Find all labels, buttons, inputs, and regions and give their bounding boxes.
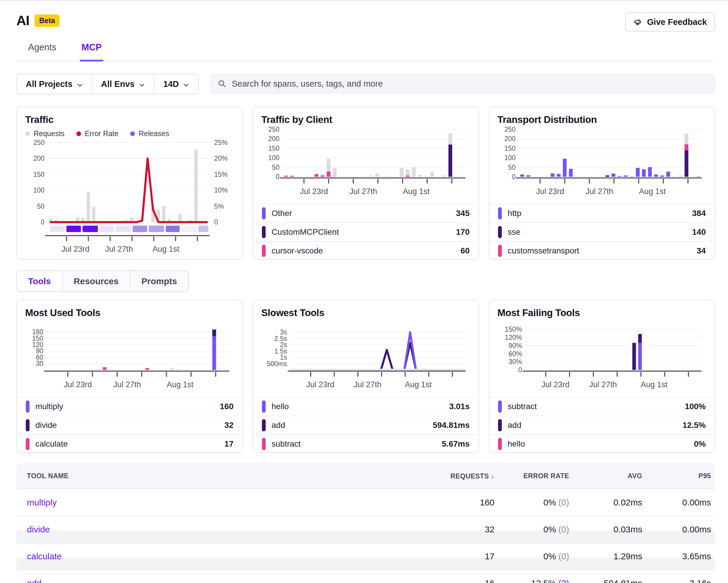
tool-name-link[interactable]: calculate: [27, 551, 448, 561]
col-avg[interactable]: AVG: [569, 472, 642, 480]
list-item-label: sse: [508, 227, 521, 237]
list-item-value: 5.67ms: [442, 439, 470, 449]
col-tool-name[interactable]: TOOL NAME: [27, 472, 448, 480]
requests-value: 32: [448, 525, 494, 534]
col-requests[interactable]: REQUESTS↓: [448, 472, 494, 480]
legend-label: Error Rate: [85, 129, 119, 138]
list-item[interactable]: multiply160: [17, 397, 242, 415]
list-item-label: customssetransport: [508, 246, 579, 255]
svg-text:10%: 10%: [214, 186, 228, 194]
list-item-value: 160: [220, 402, 234, 411]
svg-text:0: 0: [41, 218, 45, 226]
error-rate-value: 0%(0): [494, 551, 569, 561]
svg-text:Jul 27th: Jul 27th: [113, 380, 141, 389]
svg-text:Aug 1st: Aug 1st: [403, 187, 430, 196]
p95-value: 0.00ms: [642, 498, 711, 507]
environment-filter[interactable]: All Envs: [93, 74, 155, 94]
project-filter[interactable]: All Projects: [17, 74, 93, 94]
tab-prompts[interactable]: Prompts: [130, 271, 188, 292]
search-input[interactable]: [232, 79, 708, 89]
list-item[interactable]: add594.81ms: [253, 415, 478, 434]
series-color-chip: [262, 207, 266, 220]
legend-item: Error Rate: [76, 129, 119, 138]
tool-name-link[interactable]: add: [27, 578, 448, 583]
tool-name-link[interactable]: multiply: [27, 498, 448, 507]
svg-text:50: 50: [508, 163, 516, 171]
megaphone-icon: [633, 18, 643, 27]
svg-text:150: 150: [33, 171, 45, 178]
svg-text:Jul 23rd: Jul 23rd: [541, 380, 569, 389]
list-item-label: hello: [271, 402, 289, 411]
list-item[interactable]: sse140: [489, 223, 714, 241]
list-item-label: CustomMCPClient: [271, 227, 339, 237]
list-item[interactable]: add12.5%: [489, 415, 714, 434]
list-item-value: 0%: [694, 439, 706, 449]
table-row[interactable]: calculate170%(0)1.29ms3.65ms: [17, 542, 715, 569]
tab-tools[interactable]: Tools: [17, 271, 62, 292]
p95-value: 3.65ms: [642, 551, 711, 561]
sort-desc-icon: ↓: [491, 472, 494, 480]
avg-value: 1.29ms: [569, 551, 642, 561]
list-item-value: 34: [697, 246, 706, 255]
tool-name-link[interactable]: divide: [27, 525, 448, 534]
series-color-chip: [498, 400, 502, 413]
list-item[interactable]: CustomMCPClient170: [253, 223, 478, 241]
brand: AI Beta: [17, 12, 60, 28]
topbar: AI Beta Give Feedback: [17, 12, 715, 32]
list-item[interactable]: divide32: [17, 415, 242, 434]
list-item[interactable]: subtract100%: [489, 397, 714, 415]
table-row[interactable]: add1612.5%(2)594.81ms3.16s: [17, 569, 715, 583]
most-failing-tools-list: subtract100%add12.5%hello0%: [489, 397, 714, 453]
requests-value: 160: [448, 498, 494, 507]
give-feedback-button[interactable]: Give Feedback: [625, 12, 715, 32]
transport-distribution-list: http384sse140customssetransport34: [489, 204, 714, 260]
list-item[interactable]: hello0%: [489, 434, 714, 453]
slowest-tools-list: hello3.01sadd594.81mssubtract5.67ms: [253, 397, 478, 453]
tab-mcp[interactable]: MCP: [80, 42, 104, 61]
svg-text:250: 250: [33, 139, 45, 146]
table-row[interactable]: multiply1600%(0)0.02ms0.00ms: [17, 489, 715, 516]
svg-text:30%: 30%: [509, 358, 522, 365]
list-item[interactable]: http384: [489, 204, 714, 223]
svg-text:20%: 20%: [214, 154, 228, 162]
tab-resources[interactable]: Resources: [62, 271, 130, 292]
traffic-by-client-chart: 050100150200250Jul 23rdJul 27thAug 1st: [261, 126, 470, 204]
avg-value: 594.81ms: [569, 578, 642, 583]
legend-label: Requests: [34, 129, 65, 138]
col-error-rate[interactable]: ERROR RATE: [494, 472, 569, 480]
list-item[interactable]: hello3.01s: [253, 397, 478, 415]
search-box[interactable]: [210, 74, 715, 94]
list-item[interactable]: customssetransport34: [489, 241, 714, 260]
legend-dot-icon: [25, 131, 30, 136]
list-item-value: 60: [461, 246, 470, 255]
list-item-label: hello: [508, 439, 525, 449]
col-p95[interactable]: P95: [642, 472, 711, 480]
list-item-label: calculate: [35, 439, 68, 449]
error-rate-value: 0%(0): [494, 498, 569, 507]
list-item[interactable]: cursor-vscode60: [253, 241, 478, 260]
traffic-chart: 05010015020025005%10%15%20%25%Jul 23rdJu…: [25, 138, 234, 256]
series-color-chip: [26, 419, 30, 431]
list-item-label: divide: [35, 421, 57, 430]
slowest-tools-chart-svg: 500ms1s1.5s2s2.5s3sJul 23rdJul 27thAug 1…: [261, 319, 471, 396]
traffic-legend: RequestsError RateReleases: [25, 129, 234, 138]
section-tabs: Tools Resources Prompts: [17, 271, 189, 292]
list-item-label: multiply: [35, 402, 63, 411]
list-item-label: cursor-vscode: [271, 246, 323, 255]
tab-agents[interactable]: Agents: [26, 42, 58, 61]
traffic-chart-svg: 05010015020025005%10%15%20%25%Jul 23rdJu…: [25, 138, 235, 255]
mcp-dashboard-page: AI Beta Give Feedback Agents MCP All Pro…: [0, 0, 728, 583]
table-row[interactable]: divide320%(0)0.03ms0.00ms: [17, 516, 715, 542]
beta-badge: Beta: [34, 14, 60, 27]
series-color-chip: [262, 400, 266, 413]
most-failing-tools-title: Most Failing Tools: [497, 307, 706, 319]
list-item[interactable]: calculate17: [17, 434, 242, 453]
avg-value: 0.03ms: [569, 525, 642, 534]
list-item[interactable]: subtract5.67ms: [253, 434, 478, 453]
most-used-tools-card: Most Used Tools 306090120150180Jul 23rdJ…: [17, 300, 243, 453]
traffic-by-client-list: Other345CustomMCPClient170cursor-vscode6…: [253, 204, 478, 260]
list-item[interactable]: Other345: [253, 204, 478, 223]
date-range-filter[interactable]: 14D: [155, 74, 198, 94]
series-color-chip: [26, 438, 30, 450]
svg-text:200: 200: [268, 135, 280, 143]
